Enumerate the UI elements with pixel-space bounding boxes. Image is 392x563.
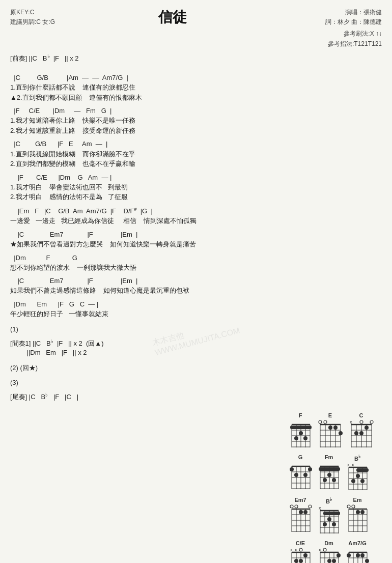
svg-point-28 [339,431,343,435]
numbered-1: (1) [10,325,295,333]
svg-point-131 [356,510,360,514]
svg-point-119 [347,505,350,508]
section-6: |C Em7 |F |Em | ★如果我們不曾看過對方怎麼哭 如何知道快樂一轉身… [10,230,295,249]
svg-point-19 [319,420,322,424]
finger-pattern: 參考指法:T121T121 [290,39,382,49]
svg-point-117 [323,522,327,526]
diagrams-row-4: C/E x x [288,539,382,563]
section-7: |Dm F G 想不到你絕望的淚水 一刹那讓我大徹大悟 [10,254,295,273]
svg-point-87 [351,479,355,483]
interlude-1-line2: ||Dm Em |F || x 2 [10,348,295,357]
chords-8a: |C Em7 |F |Em | [10,276,295,286]
page-container: 原KEY:C 建議男調:C 女:G 信徒 演唱：張衛健 詞：林夕 曲：陳德建 參… [10,8,382,563]
title-row: 原KEY:C 建議男調:C 女:G 信徒 演唱：張衛健 詞：林夕 曲：陳德建 參… [10,8,382,49]
svg-point-146 [303,553,307,557]
chord-E-svg [316,419,344,451]
header-right: 演唱：張衛健 詞：林夕 曲：陳德建 參考刷法:X ↑↓ 參考指法:T121T12… [290,8,382,49]
chord-Em7-svg [288,504,313,536]
svg-point-31 [370,420,373,424]
chord-Am7G: Am7/G [345,540,370,563]
chord-C-svg: x [347,419,375,451]
chords-7a: |Dm F G [10,254,295,263]
svg-point-11 [299,431,303,435]
diagrams-row-2: G [288,453,382,496]
lyrics-section: |C G/B |Am — — Am7/G | 1.直到你什麼話都不說 連僅有的淚… [10,71,295,405]
svg-point-70 [327,473,331,477]
svg-point-71 [323,478,327,482]
numbered-3: (3) [10,379,295,386]
chord-E: E [316,412,344,451]
svg-point-30 [360,420,363,424]
lyrics-8a: 如果我們不曾走過感情這條路 如何知道心魔是最沉重的包袱 [10,286,295,296]
lyrics-1a2: ▲2.直到我們都不願回顧 連僅有的恨都麻木 [10,93,295,103]
lyrics-4a1: 1.我才明白 學會變法術也回不 到最初 [10,182,295,192]
svg-point-27 [333,426,338,430]
chord-G: G [288,454,313,494]
svg-point-91 [309,505,312,508]
interlude-1-line1: [間奏1] ||C B♭ |F || x 2 (回▲) [10,338,295,349]
diagrams-row-3: Em7 [288,495,382,539]
chords-2a: |F C/E |Dm — Fm G | [10,106,295,116]
outro-line: [尾奏] |C B♭ |F |C | [10,391,295,402]
svg-point-135 [299,548,302,551]
svg-text:x: x [290,547,293,552]
svg-point-56 [308,467,312,471]
header-left: 原KEY:C 建議男調:C 女:G [10,8,55,27]
chords-1a: |C G/B |Am — — Am7/G | [10,73,295,82]
interlude-1: [間奏1] ||C B♭ |F || x 2 (回▲) ||Dm Em |F |… [10,338,295,358]
chord-Em7: Em7 [288,497,313,537]
lyrics-1a1: 1.直到你什麼話都不說 連僅有的淚都忍住 [10,82,295,93]
svg-rect-115 [323,512,340,515]
chord-C: C x [347,412,375,451]
svg-rect-10 [290,426,312,429]
svg-point-132 [360,510,365,514]
chords-6a: |C Em7 |F |Em | [10,230,295,239]
svg-point-20 [324,420,327,424]
section-9: |Dm Em |F G C — | 年少輕狂的好日子 一懂事就結束 [10,300,295,319]
lyrics-3a1: 1.直到我視線開始模糊 而你卻滿臉不在乎 [10,149,295,159]
prelude-label: [前奏] [10,54,27,62]
chord-Am7G-svg [345,547,370,563]
diagrams-row-1: F [288,411,382,453]
svg-text:x: x [295,547,297,552]
svg-point-44 [359,431,363,435]
chord-Fm-svg [316,461,342,493]
lyrics-2a2: 2.我才知道該重新上路 接受命運的新任務 [10,126,295,136]
key-suggestion: 建議男調:C 女:G [10,17,55,27]
chord-Em: Em [345,497,370,537]
svg-point-88 [360,479,365,483]
numbered-2: (2) (回★) [10,363,295,373]
strum-pattern: 參考刷法:X ↑↓ [290,29,382,39]
lyrics-5a: 一邊愛 一邊走 我已經成為你信徒 相信 情到深處不怕孤獨 [10,216,295,226]
key-info: 原KEY:C [10,8,55,17]
svg-point-43 [354,431,358,435]
content-area: |C G/B |Am — — Am7/G | 1.直到你什麼話都不說 連僅有的淚… [10,68,382,563]
chord-G-svg [288,461,313,493]
lyricist: 詞：林夕 曲：陳德建 [290,17,382,27]
chord-Bb: B♭ x x [345,454,370,494]
section-2: |F C/E |Dm — Fm G | 1.我才知道陪著你上路 快樂不是唯一任務… [10,106,295,135]
svg-point-86 [356,474,360,478]
svg-point-89 [290,505,293,508]
svg-point-175 [356,553,360,557]
svg-point-12 [294,436,298,440]
svg-point-13 [303,436,307,440]
svg-point-116 [327,517,331,521]
section-5: |Em F |C G/B Am Am7/G |F D/F# |G | 一邊愛 一… [10,206,295,226]
chord-F: F [288,412,313,451]
lyrics-3a2: 2.直到我們都變的模糊 也毫不在乎贏和輸 [10,159,295,169]
svg-point-102 [299,510,303,514]
chord-Em-svg [345,504,370,536]
lyrics-9a: 年少輕狂的好日子 一懂事就結束 [10,309,295,319]
chord-Bb-2: B♭ x [316,497,342,537]
chord-Fm: Fm [316,454,342,494]
svg-point-177 [365,559,369,563]
song-title: 信徒 [55,8,290,27]
chord-Bb-svg: x x [345,462,370,494]
svg-point-176 [360,553,365,557]
chord-Bb2-svg: x [316,505,342,537]
svg-text:x: x [352,462,354,467]
svg-point-162 [327,559,331,563]
lyrics-6a: ★如果我們不曾看過對方怎麼哭 如何知道快樂一轉身就是痛苦 [10,239,295,249]
chord-F-svg [288,419,313,449]
